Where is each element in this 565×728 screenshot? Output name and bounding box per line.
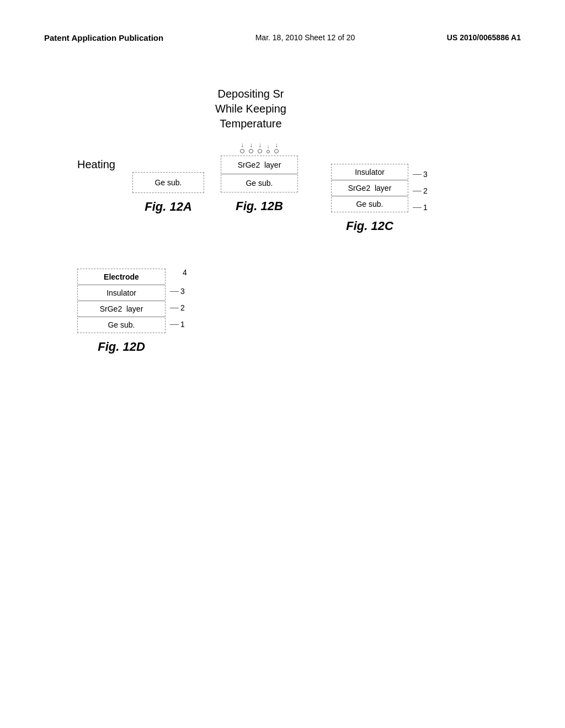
arrow5: ↓	[274, 142, 279, 153]
fig12c-box: Insulator SrGe2 layer Ge sub.	[331, 164, 408, 212]
heating-label: Heating	[77, 158, 115, 171]
deposition-arrows: ↓ ↓ ↓ ↓	[240, 142, 279, 153]
fig12a-layer-gesub: Ge sub.	[133, 173, 204, 192]
fig12a-group: Ge sub. Fig. 12A	[132, 172, 204, 214]
fig12d-layer-electrode: Electrode	[78, 269, 165, 285]
fig12d-label: Fig. 12D	[98, 340, 145, 354]
fig12c-layer-gesub: Ge sub.	[332, 196, 408, 212]
fig12b-group: ↓ ↓ ↓ ↓	[221, 142, 298, 213]
fig12d-box: Electrode Insulator SrGe2 layer Ge sub.	[77, 269, 166, 333]
arrow4: ↓	[266, 144, 270, 153]
fig12c-layer-insulator: Insulator	[332, 164, 408, 180]
arrow1: ↓	[240, 142, 244, 153]
main-content: Depositing SrWhile KeepingTemperature He…	[44, 87, 521, 354]
date-sheet-label: Mar. 18, 2010 Sheet 12 of 20	[255, 33, 355, 42]
fig12a-label: Fig. 12A	[132, 200, 204, 214]
page: Patent Application Publication Mar. 18, …	[0, 0, 565, 728]
header: Patent Application Publication Mar. 18, …	[44, 33, 521, 42]
fig12d-layer-gesub: Ge sub.	[78, 317, 165, 333]
fig12b-box: SrGe2 layer Ge sub.	[221, 156, 298, 192]
fig12c-label: Fig. 12C	[346, 219, 393, 233]
fig12d-layer-srge2: SrGe2 layer	[78, 301, 165, 317]
fig12d-num1: 1	[170, 316, 187, 333]
fig12d-layer-insulator: Insulator	[78, 285, 165, 301]
fig12c-layer-srge2: SrGe2 layer	[332, 180, 408, 196]
fig12c-numbers: 3 2 1	[413, 166, 428, 216]
depositing-label: Depositing SrWhile KeepingTemperature	[215, 87, 286, 131]
fig12c-num3: 3	[413, 166, 428, 183]
arrow2: ↓	[249, 142, 253, 153]
fig12d-num4: 4	[170, 267, 187, 277]
fig12b-layer-srge2: SrGe2 layer	[221, 156, 297, 174]
fig12c-box-wrap: Insulator SrGe2 layer Ge sub. Fig. 12C	[331, 164, 408, 233]
fig12c-num2: 2	[413, 183, 428, 199]
fig12d-content: Electrode Insulator SrGe2 layer Ge sub. …	[77, 269, 187, 354]
fig12d-num2: 2	[170, 299, 187, 316]
fig12c-group: Insulator SrGe2 layer Ge sub. Fig. 12C 3	[331, 164, 428, 233]
fig12d-section: Electrode Insulator SrGe2 layer Ge sub. …	[44, 269, 521, 354]
fig12d-num3: 3	[170, 283, 187, 299]
fig12d-box-group: Electrode Insulator SrGe2 layer Ge sub. …	[77, 269, 166, 354]
fig-top-row: Depositing SrWhile KeepingTemperature He…	[44, 87, 521, 241]
fig12b-label: Fig. 12B	[236, 199, 283, 213]
publication-label: Patent Application Publication	[44, 33, 163, 42]
patent-number-label: US 2010/0065886 A1	[447, 33, 521, 42]
fig12b-layer-gesub: Ge sub.	[221, 174, 297, 192]
arrow3: ↓	[258, 142, 262, 153]
fig12c-num1: 1	[413, 199, 428, 216]
fig12a-box: Ge sub.	[132, 172, 204, 193]
fig12d-numbers: 4 3 2 1	[170, 267, 187, 333]
